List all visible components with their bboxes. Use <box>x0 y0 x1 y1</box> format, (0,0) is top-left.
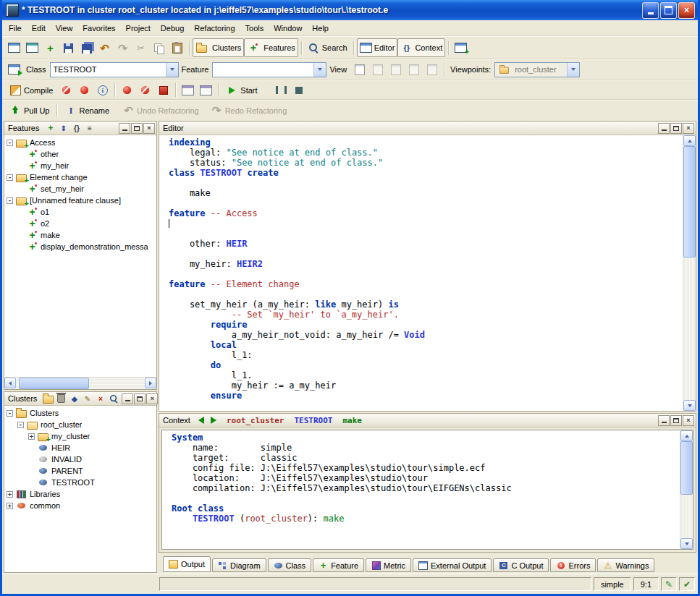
editor-code-area[interactable]: indexing legal: "See notice at end of cl… <box>159 135 683 411</box>
save-button[interactable] <box>59 38 77 57</box>
search-button[interactable]: Search <box>305 38 350 57</box>
delete-cluster-icon[interactable] <box>56 393 67 404</box>
panel-close-button[interactable]: × <box>683 415 694 426</box>
interface-view-button[interactable] <box>423 60 441 79</box>
code-line[interactable]: System <box>172 433 680 443</box>
finalize-button[interactable] <box>75 81 93 100</box>
code-line[interactable]: TESTROOT (root_cluster): make <box>172 514 680 524</box>
scroll-thumb[interactable] <box>680 441 693 495</box>
feature-combobox[interactable] <box>212 62 326 77</box>
expand-icon[interactable]: + <box>7 491 13 498</box>
collapse-icon[interactable]: - <box>17 422 24 428</box>
code-line[interactable] <box>169 249 683 259</box>
context-vertical-scrollbar[interactable] <box>680 430 693 549</box>
context-tool-button[interactable]: {}Context <box>397 38 445 57</box>
tree-item[interactable]: make <box>4 229 156 241</box>
tree-item-label[interactable]: other <box>41 150 59 158</box>
tree-item[interactable]: display_demonstration_messa <box>4 241 156 252</box>
tab-warnings[interactable]: Warnings <box>597 558 654 572</box>
scroll-left-button[interactable] <box>4 378 16 388</box>
new-class-button[interactable]: + <box>41 38 59 57</box>
code-line[interactable]: name: simple <box>172 443 680 453</box>
tree-item[interactable]: HEIR <box>4 442 156 454</box>
menu-item-debug[interactable]: Debug <box>156 22 189 35</box>
scroll-up-button[interactable] <box>683 135 696 146</box>
sort-features-icon[interactable]: ⇕ <box>58 123 69 133</box>
expand-icon[interactable]: + <box>28 433 35 440</box>
panel-maximize-button[interactable] <box>134 393 146 404</box>
breadcrumb-item[interactable]: TESTROOT <box>294 416 332 425</box>
project-info-button[interactable]: i <box>93 81 111 100</box>
debug-tool-button[interactable] <box>179 81 197 100</box>
code-line[interactable]: local <box>169 340 683 350</box>
code-line[interactable]: l_1. <box>169 370 683 380</box>
tab-errors[interactable]: Errors <box>550 558 596 572</box>
code-line[interactable] <box>169 269 683 279</box>
tab-c-output[interactable]: C Output <box>493 558 549 572</box>
tab-feature[interactable]: Feature <box>313 558 364 572</box>
panel-minimize-button[interactable] <box>658 123 670 134</box>
code-line[interactable]: config file: J:\Eiffel57\examples\studio… <box>172 463 680 473</box>
threads-tool-button[interactable] <box>197 81 215 100</box>
panel-minimize-button[interactable] <box>119 123 130 134</box>
tree-item[interactable]: my_heir <box>4 160 156 171</box>
tree-item[interactable]: INVALID <box>4 454 156 465</box>
panel-minimize-button[interactable] <box>122 393 133 404</box>
menu-item-tools[interactable]: Tools <box>240 22 269 35</box>
history-forward-button[interactable] <box>208 416 219 425</box>
tree-item[interactable]: o2 <box>4 218 156 229</box>
search-cluster-icon[interactable] <box>108 393 119 404</box>
tree-item[interactable]: o1 <box>4 206 156 218</box>
code-line[interactable]: my_heir := a_my_heir <box>169 380 683 391</box>
tab-metric[interactable]: Metric <box>366 558 411 572</box>
tree-item-label[interactable]: TESTROOT <box>51 478 95 487</box>
run-button[interactable] <box>118 81 136 100</box>
menu-item-favorites[interactable]: Favorites <box>77 22 120 35</box>
code-line[interactable]: indexing <box>169 137 683 148</box>
panel-close-button[interactable]: × <box>146 393 158 404</box>
tree-item[interactable]: +my_cluster <box>4 430 156 442</box>
code-line[interactable]: require <box>169 320 683 330</box>
collapse-icon[interactable]: - <box>7 410 13 417</box>
scroll-thumb[interactable] <box>683 146 696 257</box>
run-ignore-breakpoints-button[interactable] <box>136 81 154 100</box>
tree-item[interactable]: other <box>4 148 156 160</box>
code-line[interactable]: feature -- Element change <box>169 279 683 289</box>
feature-combobox-arrow[interactable] <box>313 63 326 77</box>
collapse-icon[interactable]: - <box>7 174 13 181</box>
panel-close-button[interactable]: × <box>143 123 155 134</box>
code-line[interactable]: location: J:\Eiffel57\examples\studio\to… <box>172 473 680 483</box>
remove-item-icon[interactable]: × <box>95 393 106 404</box>
menu-item-refactoring[interactable]: Refactoring <box>189 22 240 35</box>
class-combobox-arrow[interactable] <box>166 63 178 77</box>
new-window-button[interactable] <box>5 38 23 57</box>
tree-item-label[interactable]: [Unnamed feature clause] <box>30 196 121 205</box>
new-cluster-icon[interactable] <box>43 393 54 404</box>
tab-diagram[interactable]: Diagram <box>212 558 266 572</box>
tree-item-label[interactable]: my_heir <box>41 161 69 170</box>
tree-item-label[interactable]: HEIR <box>51 443 70 452</box>
scroll-track[interactable] <box>16 378 145 389</box>
new-development-tool-button[interactable] <box>452 38 470 57</box>
edit-cluster-icon[interactable]: ✎ <box>82 393 93 404</box>
tab-output[interactable]: Output <box>163 556 211 572</box>
tree-item[interactable]: -Element change <box>4 171 156 183</box>
tree-item[interactable]: +common <box>4 500 156 511</box>
scroll-right-button[interactable] <box>145 378 156 388</box>
clusters-tool-button[interactable]: Clusters <box>193 38 244 57</box>
paste-button[interactable] <box>168 38 186 57</box>
code-line[interactable]: l_1: <box>169 350 683 360</box>
stop-button[interactable] <box>290 81 308 100</box>
collapse-icon[interactable]: - <box>7 140 13 146</box>
code-line[interactable]: a_my_heir_not_void: a_my_heir /= Void <box>169 330 683 340</box>
flat-list-icon[interactable]: ≡ <box>84 123 95 133</box>
tree-item[interactable]: PARENT <box>4 465 156 477</box>
breadcrumb-item[interactable]: root_cluster <box>227 416 284 425</box>
pull-up-button[interactable]: Pull Up <box>5 101 54 120</box>
flat-view-button[interactable] <box>387 60 405 79</box>
undo-button[interactable]: ↶ <box>96 38 114 57</box>
code-line[interactable]: set_my_heir (a_my_heir: like my_heir) is <box>169 299 683 310</box>
editor-tool-button[interactable]: Editor <box>357 38 398 57</box>
tree-item[interactable]: -root_cluster <box>4 419 156 430</box>
panel-maximize-button[interactable] <box>670 415 682 426</box>
